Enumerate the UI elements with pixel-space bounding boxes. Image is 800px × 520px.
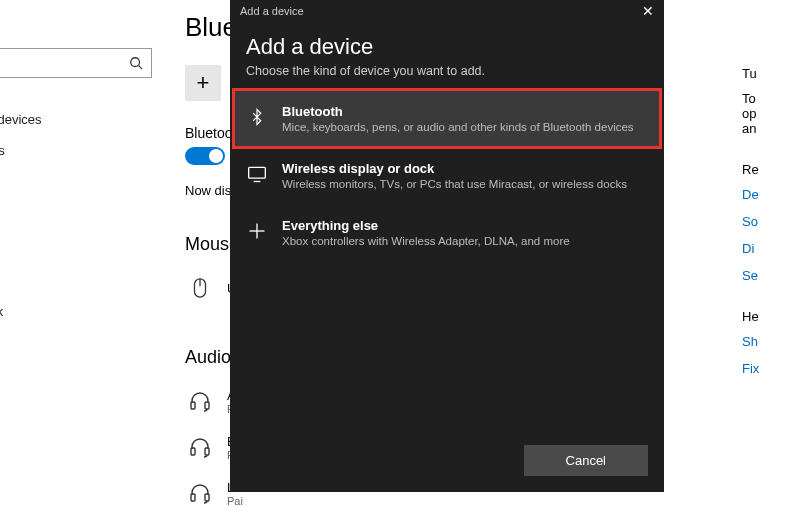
svg-rect-6 <box>191 448 195 455</box>
option-bluetooth[interactable]: Bluetooth Mice, keyboards, pens, or audi… <box>234 90 660 147</box>
option-wireless-display[interactable]: Wireless display or dock Wireless monito… <box>234 147 660 204</box>
dialog-titlebar-text: Add a device <box>240 5 304 17</box>
search-icon <box>129 56 143 70</box>
option-desc: Mice, keyboards, pens, or audio and othe… <box>282 121 634 133</box>
display-icon <box>246 163 268 185</box>
sidebar-item[interactable]: & other devices <box>0 104 160 135</box>
headset-icon <box>185 432 215 462</box>
help-link[interactable]: Se <box>742 268 800 283</box>
svg-point-0 <box>131 58 140 67</box>
svg-rect-9 <box>205 494 209 501</box>
option-desc: Wireless monitors, TVs, or PCs that use … <box>282 178 627 190</box>
sidebar: & other devices scanners dows Ink <box>0 0 160 520</box>
plus-icon <box>246 220 268 242</box>
device-status: Pai <box>227 495 249 507</box>
help-heading: Tu <box>742 66 800 81</box>
close-icon[interactable]: ✕ <box>642 3 654 19</box>
svg-rect-10 <box>249 167 266 178</box>
help-heading: Re <box>742 162 800 177</box>
bluetooth-toggle[interactable] <box>185 147 225 165</box>
search-input[interactable] <box>0 48 152 78</box>
cancel-button[interactable]: Cancel <box>524 445 648 476</box>
mouse-icon <box>185 273 215 303</box>
add-device-dialog: Add a device ✕ Add a device Choose the k… <box>230 0 664 492</box>
headset-icon <box>185 478 215 508</box>
bluetooth-icon <box>246 106 268 128</box>
sidebar-item[interactable]: dows Ink <box>0 296 160 327</box>
svg-rect-5 <box>205 402 209 409</box>
help-link[interactable]: Di <box>742 241 800 256</box>
option-title: Wireless display or dock <box>282 161 627 176</box>
help-link[interactable]: Fix <box>742 361 800 376</box>
svg-line-1 <box>139 66 143 70</box>
plus-icon: + <box>185 65 221 101</box>
sidebar-item[interactable]: scanners <box>0 135 160 166</box>
help-text: op <box>742 106 800 121</box>
svg-rect-4 <box>191 402 195 409</box>
help-link[interactable]: So <box>742 214 800 229</box>
help-heading: He <box>742 309 800 324</box>
help-link[interactable]: De <box>742 187 800 202</box>
dialog-title: Add a device <box>230 22 664 64</box>
help-text: an <box>742 121 800 136</box>
headset-icon <box>185 386 215 416</box>
option-desc: Xbox controllers with Wireless Adapter, … <box>282 235 570 247</box>
svg-rect-7 <box>205 448 209 455</box>
option-everything-else[interactable]: Everything else Xbox controllers with Wi… <box>234 204 660 261</box>
svg-rect-8 <box>191 494 195 501</box>
help-text: To <box>742 91 800 106</box>
help-link[interactable]: Sh <box>742 334 800 349</box>
option-title: Everything else <box>282 218 570 233</box>
dialog-subtitle: Choose the kind of device you want to ad… <box>230 64 664 90</box>
option-title: Bluetooth <box>282 104 634 119</box>
help-panel: Tu To op an Re De So Di Se He Sh Fix <box>742 40 800 388</box>
